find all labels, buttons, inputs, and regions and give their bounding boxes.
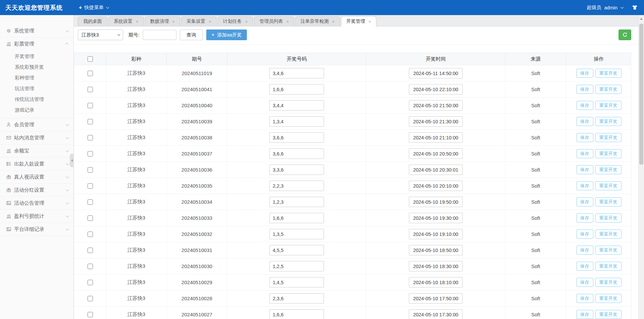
save-button[interactable]: 保存 [576,117,593,126]
sidebar-item-3[interactable]: 站内消息管理 [0,131,73,144]
time-input[interactable] [409,100,463,111]
time-input[interactable] [409,116,463,127]
numbers-input[interactable] [269,84,324,94]
time-input[interactable] [409,293,463,304]
row-checkbox[interactable] [88,167,93,173]
reset-draw-button[interactable]: 重置开奖 [595,310,622,319]
sidebar-subitem-3[interactable]: 玩法管理 [0,83,73,94]
save-button[interactable]: 保存 [576,310,593,319]
numbers-input[interactable] [269,309,324,319]
save-button[interactable]: 保存 [576,213,593,222]
reset-draw-button[interactable]: 重置开奖 [595,230,622,239]
save-button[interactable]: 保存 [576,197,593,206]
sidebar-item-4[interactable]: 余额宝 [0,144,73,157]
time-input[interactable] [409,148,463,159]
numbers-input[interactable] [269,116,324,127]
time-input[interactable] [409,213,463,223]
numbers-input[interactable] [269,229,324,239]
row-checkbox[interactable] [88,248,93,253]
tab-close-icon[interactable]: × [136,19,139,24]
time-input[interactable] [409,277,463,288]
numbers-input[interactable] [269,213,324,223]
reset-draw-button[interactable]: 重置开奖 [595,69,622,78]
reset-draw-button[interactable]: 重置开奖 [595,133,622,142]
reset-draw-button[interactable]: 重置开奖 [595,294,622,303]
scrollbar-thumb[interactable] [639,24,643,165]
save-button[interactable]: 保存 [576,165,593,174]
vertical-scrollbar[interactable] [638,15,644,319]
save-button[interactable]: 保存 [576,246,593,255]
numbers-input[interactable] [269,245,324,255]
time-input[interactable] [409,84,463,94]
numbers-input[interactable] [269,261,324,271]
tab-0[interactable]: 我的桌面 [78,16,107,26]
tab-close-icon[interactable]: × [245,19,248,24]
save-button[interactable]: 保存 [576,69,593,78]
numbers-input[interactable] [269,165,324,175]
query-button[interactable]: 查询 [180,29,203,40]
row-checkbox[interactable] [88,119,93,124]
reset-draw-button[interactable]: 重置开奖 [595,117,622,126]
row-checkbox[interactable] [88,296,93,301]
tab-close-icon[interactable]: × [286,19,289,24]
time-input[interactable] [409,197,463,207]
reset-draw-button[interactable]: 重置开奖 [595,278,622,287]
sidebar-subitem-5[interactable]: 游戏记录 [0,105,73,115]
row-checkbox[interactable] [88,135,93,140]
sidebar-subitem-2[interactable]: 彩种管理 [0,72,73,83]
save-button[interactable]: 保存 [576,230,593,239]
reset-draw-button[interactable]: 重置开奖 [595,213,622,222]
row-checkbox[interactable] [88,232,93,237]
lottery-select[interactable]: 江苏快3 [78,29,123,40]
row-checkbox[interactable] [88,103,93,108]
numbers-input[interactable] [269,181,324,191]
tab-close-icon[interactable]: × [332,19,335,24]
sidebar-subitem-1[interactable]: 系统彩预开奖 [0,62,73,72]
row-checkbox[interactable] [88,280,93,285]
add-draw-button[interactable]: + 添加aa开奖 [206,29,247,40]
save-button[interactable]: 保存 [576,278,593,287]
time-input[interactable] [409,245,463,255]
tab-close-icon[interactable]: × [369,19,371,24]
time-input[interactable] [409,181,463,191]
sidebar-item-8[interactable]: 活动公告管理 [0,197,73,209]
reset-draw-button[interactable]: 重置开奖 [595,165,622,174]
refresh-button[interactable] [619,29,631,40]
row-checkbox[interactable] [88,215,93,221]
row-checkbox[interactable] [88,199,93,205]
row-checkbox[interactable] [88,151,93,156]
sidebar-subitem-4[interactable]: 传统玩法管理 [0,94,73,105]
sidebar-item-5[interactable]: 出款入款设置 [0,157,73,170]
reset-draw-button[interactable]: 重置开奖 [595,262,622,271]
row-checkbox[interactable] [88,312,93,317]
tab-close-icon[interactable]: × [209,19,211,24]
numbers-input[interactable] [269,277,324,288]
reset-draw-button[interactable]: 重置开奖 [595,149,622,158]
save-button[interactable]: 保存 [576,133,593,142]
time-input[interactable] [409,165,463,175]
save-button[interactable]: 保存 [576,149,593,158]
time-input[interactable] [409,229,463,239]
save-button[interactable]: 保存 [576,101,593,110]
save-button[interactable]: 保存 [576,294,593,303]
tab-3[interactable]: 采集设置× [181,16,217,26]
row-checkbox[interactable] [88,264,93,269]
save-button[interactable]: 保存 [576,262,593,271]
time-input[interactable] [409,68,463,78]
user-menu[interactable]: 超级员 admin [587,4,623,11]
sidebar-item-1[interactable]: 彩票管理 [0,38,73,50]
tab-2[interactable]: 数据清理× [145,16,180,26]
numbers-input[interactable] [269,197,324,207]
sidebar-item-6[interactable]: 真人视讯设置 [0,171,73,183]
reset-draw-button[interactable]: 重置开奖 [595,101,622,110]
numbers-input[interactable] [269,68,324,78]
theme-tshirt-icon[interactable] [632,4,638,11]
tab-1[interactable]: 系统设置× [108,16,144,26]
tab-7[interactable]: 开奖管理× [341,16,377,26]
select-all-checkbox[interactable] [88,56,93,62]
numbers-input[interactable] [269,132,324,143]
row-checkbox[interactable] [88,87,93,92]
tab-5[interactable]: 管理员列表× [254,16,294,26]
time-input[interactable] [409,309,463,319]
sidebar-item-7[interactable]: 活动分红设置 [0,184,73,196]
